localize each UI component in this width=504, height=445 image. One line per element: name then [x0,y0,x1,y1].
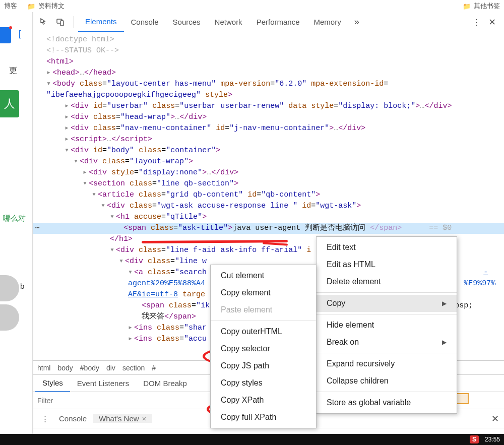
menu-hide-element[interactable]: Hide element [317,316,457,334]
menu-collapse-children[interactable]: Collapse children [317,372,457,390]
chevron-right-icon: ▶ [442,300,447,307]
selected-dom-node[interactable]: ⋯ <span class="ask-title">java user-agen… [33,223,504,234]
ime-badge[interactable]: S [470,435,479,443]
side-list-button[interactable] [0,304,19,331]
folder-icon: 📁 [27,3,35,10]
taskbar: S 23:55 [0,434,504,445]
drawer-tab-console[interactable]: Console [53,414,93,423]
tab-console[interactable]: Console [124,12,166,32]
menu-copy-selector[interactable]: Copy selector [211,340,316,357]
context-menu-copy: Cut element Copy element Paste element C… [210,265,317,428]
folder-icon: 📁 [463,3,471,10]
menu-cut-element[interactable]: Cut element [211,267,316,284]
menu-break-on[interactable]: Break on▶ [317,334,457,351]
crumb-bodyid[interactable]: #body [80,364,99,372]
bookmark-folder[interactable]: 资料博文 [38,2,65,11]
menu-expand-recursively[interactable]: Expand recursively [317,355,457,372]
device-toggle-icon[interactable] [53,15,68,29]
menu-store-global[interactable]: Store as global variable [317,394,457,411]
crumb-div[interactable]: div [106,364,115,372]
crumb-more[interactable]: # [152,364,156,372]
tab-performance[interactable]: Performance [249,12,307,32]
tab-network[interactable]: Network [208,12,249,32]
more-tabs-icon[interactable]: » [351,17,362,27]
menu-copy-fullxpath[interactable]: Copy full XPath [211,409,316,426]
menu-copy-styles[interactable]: Copy styles [211,374,316,392]
bookmark-right[interactable]: 其他书签 [474,2,500,11]
menu-edit-html[interactable]: Edit as HTML [317,256,457,273]
menu-copy[interactable]: Copy▶ [317,295,457,312]
crumb-body[interactable]: body [57,364,73,372]
left-text-3: b [20,282,24,290]
stab-styles[interactable]: Styles [35,375,70,392]
inspect-icon[interactable] [37,15,51,29]
context-menu-main: Edit text Edit as HTML Delete element Co… [316,236,457,414]
menu-copy-jspath[interactable]: Copy JS path [211,357,316,374]
close-devtools-icon[interactable]: ✕ [484,17,500,28]
html-open[interactable]: <html> [46,57,74,66]
stab-listeners[interactable]: Event Listeners [70,375,136,392]
drawer-tab-whatsnew[interactable]: What's New× [93,414,152,423]
tab-elements[interactable]: Elements [78,12,124,32]
drawer-kebab-icon[interactable]: ⋮ [37,414,53,423]
taskbar-time: 23:55 [485,436,500,443]
kebab-icon[interactable]: ⋮ [469,18,484,27]
doctype-line: <!doctype html> [46,35,114,44]
bracket-icon: [ [17,29,23,39]
comment-line: <!--STATUS OK--> [46,46,119,55]
page-strip: [ 更 人 哪么对 b [0,12,33,434]
crumb-section[interactable]: section [122,364,145,372]
tab-sources[interactable]: Sources [166,12,208,32]
left-text-1: 更 [9,66,17,76]
stab-dombreak[interactable]: DOM Breakp [136,375,194,392]
svg-rect-1 [60,21,64,26]
menu-delete-element[interactable]: Delete element [317,273,457,290]
green-side-button[interactable]: 人 [0,90,19,117]
chevron-right-icon: ▶ [442,339,447,346]
menu-paste-element: Paste element [211,301,316,319]
menu-copy-element[interactable]: Copy element [211,284,316,301]
menu-copy-xpath[interactable]: Copy XPath [211,392,316,409]
side-search-button[interactable] [0,275,19,301]
crumb-html[interactable]: html [37,364,50,372]
menu-copy-outerhtml[interactable]: Copy outerHTML [211,323,316,340]
tab-memory[interactable]: Memory [307,12,348,32]
close-tab-icon[interactable]: × [142,414,147,423]
close-drawer-icon[interactable]: ✕ [491,413,499,424]
red-dot-icon [9,26,12,29]
devtools-tabs: Elements Console Sources Network Perform… [33,12,504,32]
left-text-2: 哪么对 [3,214,26,223]
menu-edit-text[interactable]: Edit text [317,239,457,256]
blue-side-button[interactable] [0,27,11,43]
bookmark-bar: 博客 📁 资料博文 📁 其他书签 [0,0,504,12]
bookmark-left[interactable]: 博客 [4,2,17,11]
